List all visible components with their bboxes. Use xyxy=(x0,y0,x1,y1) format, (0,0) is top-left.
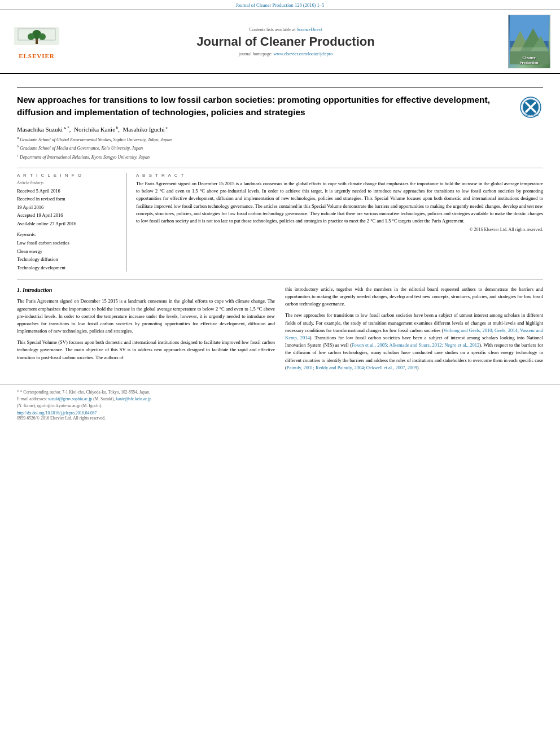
homepage-line: journal homepage: www.elsevier.com/locat… xyxy=(73,51,498,56)
corresponding-text: * Corresponding author. 7-1 Kioi-cho, Ch… xyxy=(20,390,150,395)
history-revised-date: 19 April 2016 xyxy=(17,203,121,211)
affiliation-c: c Department of International Relations,… xyxy=(17,152,543,161)
abstract-copyright: © 2016 Elsevier Ltd. All rights reserved… xyxy=(136,227,543,232)
crossmark-logo: CrossMark xyxy=(519,96,543,120)
affiliation-a: a Graduate School of Global Environmenta… xyxy=(17,135,543,143)
email-line: E-mail addresses: suzuki@genv.sophia.ac.… xyxy=(17,396,543,401)
history-label: Article history: xyxy=(17,180,121,185)
keywords-label: Keywords: xyxy=(17,232,121,237)
section-divider xyxy=(17,279,543,280)
author-1-sup: a, * xyxy=(63,125,69,130)
doi-line[interactable]: http://dx.doi.org/10.1016/j.jclepro.2016… xyxy=(17,410,543,416)
author-2-sup: b xyxy=(115,125,118,130)
email-middle-1: (M. Suzuki), xyxy=(93,396,116,401)
article-info-column: A R T I C L E I N F O Article history: R… xyxy=(17,173,127,272)
article-title: New approaches for transitions to low fo… xyxy=(17,94,515,118)
history-accepted: Accepted 19 April 2016 xyxy=(17,211,121,219)
svg-text:CrossMark: CrossMark xyxy=(522,113,539,117)
introduction-heading: 1. Introduction xyxy=(17,286,275,295)
sciencedirect-line: Contents lists available at ScienceDirec… xyxy=(73,27,498,32)
citation-1[interactable]: Verbong and Geels, 2010; Geels, 2014; Va… xyxy=(285,327,543,340)
affiliation-b: b Graduate School of Media and Governanc… xyxy=(17,143,543,152)
email-line-2: (N. Kanie), iguchi@cc.kyoto-su.ac.jp (M.… xyxy=(17,403,543,408)
email-2[interactable]: kanie@sfc.keio.ac.jp xyxy=(116,396,151,401)
thumbnail-text-cleaner: Cleaner xyxy=(509,55,550,60)
article-footer: * * Corresponding author. 7-1 Kioi-cho, … xyxy=(0,385,560,425)
intro-para-2: This Special Volume (SV) focuses upon bo… xyxy=(17,339,275,361)
header-center: Contents lists available at ScienceDirec… xyxy=(68,27,504,56)
elsevier-wordmark: ELSEVIER xyxy=(19,53,55,59)
affiliations: a Graduate School of Global Environmenta… xyxy=(17,135,543,161)
journal-header: ELSEVIER Contents lists available at Sci… xyxy=(0,10,560,74)
intro-right-col: this introductory article, together with… xyxy=(285,286,543,375)
issn-line: 0959-6526/© 2016 Elsevier Ltd. All right… xyxy=(17,416,543,421)
journal-citation-text: Journal of Cleaner Production 128 (2016)… xyxy=(236,2,325,8)
svg-point-4 xyxy=(39,33,46,40)
crossmark-svg: CrossMark xyxy=(519,96,542,119)
keywords-section: Keywords: Low fossil carbon societies Cl… xyxy=(17,232,121,272)
history-entries: Received 5 April 2016 Received in revise… xyxy=(17,187,121,228)
info-abstract-section: A R T I C L E I N F O Article history: R… xyxy=(17,168,543,272)
authors-line: Masachika Suzuki a, *, Norichika Kanie b… xyxy=(17,125,543,133)
history-revised-label: Received in revised form xyxy=(17,195,121,203)
history-online: Available online 27 April 2016 xyxy=(17,220,121,228)
intro-para-3: this introductory article, together with… xyxy=(285,286,543,308)
abstract-label: A B S T R A C T xyxy=(136,173,543,178)
thumbnail-text-production: Production xyxy=(509,60,550,65)
article-title-section: New approaches for transitions to low fo… xyxy=(17,88,543,120)
keyword-4: Technology development xyxy=(17,264,121,272)
intro-left-col: 1. Introduction The Paris Agreement sign… xyxy=(17,286,275,375)
homepage-link[interactable]: www.elsevier.com/locate/jclepro xyxy=(273,51,333,56)
authors-section: Masachika Suzuki a, *, Norichika Kanie b… xyxy=(17,125,543,161)
keywords-list: Low fossil carbon societies Clean energy… xyxy=(17,239,121,272)
introduction-two-col: 1. Introduction The Paris Agreement sign… xyxy=(17,286,543,375)
keyword-3: Technology diffusion xyxy=(17,255,121,263)
citation-3[interactable]: Painuly, 2001; Reddy and Painuly, 2004; … xyxy=(287,365,417,370)
email-1[interactable]: suzuki@genv.sophia.ac.jp xyxy=(48,396,92,401)
elsevier-logo-svg xyxy=(11,24,62,51)
citation-2[interactable]: Foxon et al., 2005; Alkemade and Suurs, … xyxy=(352,342,479,348)
journal-thumbnail: Cleaner Production xyxy=(508,15,550,68)
intro-para-1: The Paris Agreement signed on December 1… xyxy=(17,298,275,335)
section-number: 1. xyxy=(17,287,21,293)
svg-point-3 xyxy=(28,33,34,40)
svg-rect-1 xyxy=(36,38,38,44)
author-3: Masahiko Iguchi xyxy=(123,126,165,133)
introduction-section: 1. Introduction The Paris Agreement sign… xyxy=(17,286,543,375)
author-2: Norichika Kanie xyxy=(74,126,115,133)
abstract-text: The Paris Agreement signed on December 1… xyxy=(136,180,543,225)
section-title: Introduction xyxy=(23,287,52,293)
journal-thumbnail-area: Cleaner Production xyxy=(504,15,554,68)
intro-para-4: The new approaches for transitions to lo… xyxy=(285,312,543,371)
article-main: New approaches for transitions to low fo… xyxy=(0,74,560,375)
corresponding-author-line: * * Corresponding author. 7-1 Kioi-cho, … xyxy=(17,390,543,395)
author-3-sup: c xyxy=(165,125,168,130)
sciencedirect-link[interactable]: ScienceDirect xyxy=(297,27,322,32)
author-1: Masachika Suzuki xyxy=(17,126,63,133)
history-received: Received 5 April 2016 xyxy=(17,187,121,195)
elsevier-logo-area: ELSEVIER xyxy=(6,24,68,59)
email-label: E-mail addresses: xyxy=(17,396,48,401)
journal-title: Journal of Cleaner Production xyxy=(73,34,498,49)
article-info-label: A R T I C L E I N F O xyxy=(17,173,121,178)
keyword-2: Clean energy xyxy=(17,247,121,255)
abstract-column: A B S T R A C T The Paris Agreement sign… xyxy=(136,173,543,272)
journal-citation-bar: Journal of Cleaner Production 128 (2016)… xyxy=(0,0,560,10)
keyword-1: Low fossil carbon societies xyxy=(17,239,121,247)
